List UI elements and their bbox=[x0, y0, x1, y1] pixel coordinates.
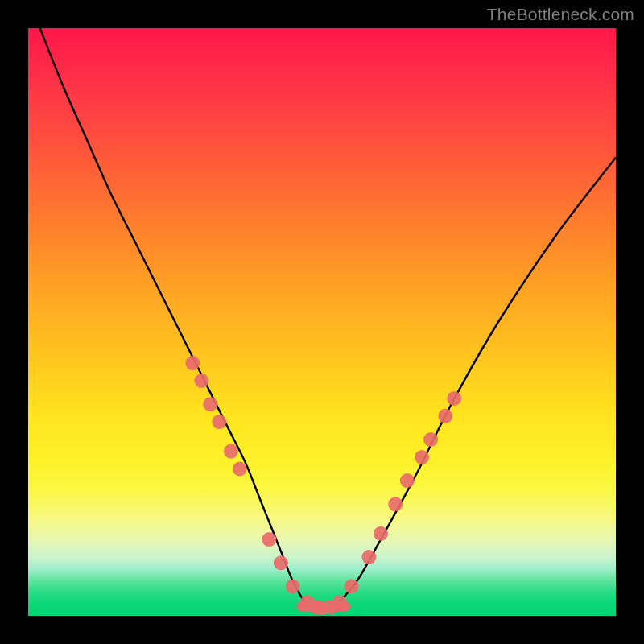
bottleneck-curve bbox=[40, 28, 616, 609]
data-marker bbox=[447, 391, 461, 406]
data-marker bbox=[361, 550, 376, 564]
data-marker bbox=[224, 444, 238, 459]
chart-frame: TheBottleneck.com bbox=[0, 0, 644, 644]
data-marker bbox=[345, 580, 359, 594]
attribution-text: TheBottleneck.com bbox=[487, 5, 634, 24]
chart-svg bbox=[28, 28, 616, 616]
data-marker bbox=[212, 415, 226, 429]
data-marker bbox=[415, 450, 429, 464]
data-marker bbox=[185, 356, 200, 370]
data-marker bbox=[274, 555, 288, 570]
data-marker bbox=[438, 409, 452, 423]
data-marker bbox=[332, 595, 347, 609]
data-marker bbox=[203, 397, 217, 411]
data-marker bbox=[262, 532, 276, 547]
data-marker bbox=[374, 526, 388, 541]
data-marker bbox=[233, 462, 247, 477]
data-markers bbox=[185, 356, 461, 615]
data-marker bbox=[194, 374, 208, 388]
data-marker bbox=[400, 473, 415, 488]
data-marker bbox=[423, 432, 438, 447]
data-marker bbox=[286, 580, 300, 594]
data-marker bbox=[388, 497, 402, 511]
plot-area bbox=[28, 28, 616, 616]
